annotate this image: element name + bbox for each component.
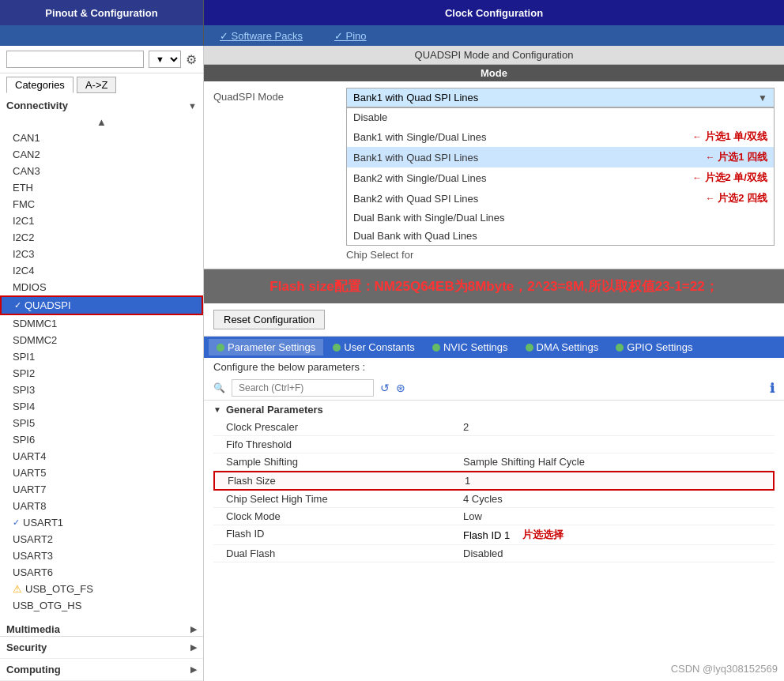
quadspi-title: QUADSPI Mode and Configuration [204, 46, 784, 65]
group-arrow-icon: ▼ [213, 405, 221, 414]
option-dual-bank-quad[interactable]: Dual Bank with Quad Lines [347, 227, 774, 245]
tab-gpio-settings[interactable]: GPIO Settings [608, 339, 700, 356]
pinout-config-label: Pinout & Configuration [45, 7, 157, 19]
software-packs-link[interactable]: ✓ Software Packs [220, 30, 303, 42]
sidebar-item-uart7[interactable]: UART7 [0, 481, 203, 498]
sidebar-item-spi5[interactable]: SPI5 [0, 415, 203, 431]
clock-config-tab[interactable]: Clock Configuration [204, 0, 784, 25]
dma-tab-icon [526, 344, 533, 352]
sidebar-item-can2[interactable]: CAN2 [0, 146, 203, 163]
reset-config-button[interactable]: Reset Configuration [213, 310, 325, 329]
sidebar-item-spi1[interactable]: SPI1 [0, 348, 203, 365]
sidebar-item-spi6[interactable]: SPI6 [0, 431, 203, 448]
computing-section[interactable]: Computing ▶ [0, 659, 203, 681]
param-row-fifo-threshold: Fifo Threshold [213, 436, 775, 453]
ann3-text: 片选2 单/双线 [705, 171, 767, 183]
info-icon: ℹ [770, 381, 775, 396]
connectivity-section[interactable]: Connectivity ▼ [0, 96, 203, 115]
general-params-group[interactable]: ▼ General Parameters [213, 401, 775, 419]
tab-dma-settings[interactable]: DMA Settings [518, 339, 607, 356]
sidebar-item-uart8[interactable]: UART8 [0, 498, 203, 514]
sidebar-item-usart1[interactable]: ✓ USART1 [0, 514, 203, 531]
connectivity-label: Connectivity [6, 100, 68, 111]
main-layout: ▼ ⚙ Categories A->Z Connectivity ▼ ▲ CAN… [0, 46, 784, 681]
sidebar-tabs: Categories A->Z [0, 73, 203, 96]
sidebar-item-i2c4[interactable]: I2C4 [0, 262, 203, 279]
search-dropdown[interactable]: ▼ [149, 51, 181, 68]
content-area: QUADSPI Mode and Configuration Mode Quad… [204, 46, 784, 681]
sidebar-item-can3[interactable]: CAN3 [0, 163, 203, 179]
sidebar-item-spi2[interactable]: SPI2 [0, 365, 203, 382]
chip-select-label: Chip Select for [346, 246, 775, 262]
sidebar-item-usb-otg-hs[interactable]: USB_OTG_HS [0, 597, 203, 614]
param-row-chip-select-high: Chip Select High Time 4 Cycles [213, 491, 775, 508]
param-row-flash-size: Flash Size 1 [213, 471, 775, 491]
option-bank1-quad[interactable]: Bank1 with Quad SPI Lines ← 片选1 四线 [347, 147, 774, 167]
sidebar-item-i2c2[interactable]: I2C2 [0, 229, 203, 246]
sidebar-item-usart2[interactable]: USART2 [0, 531, 203, 547]
security-label: Security [6, 641, 47, 653]
sort-arrow: ▲ [0, 115, 203, 130]
tab-categories[interactable]: Categories [6, 77, 74, 93]
option-bank2-quad[interactable]: Bank2 with Quad SPI Lines ← 片选2 四线 [347, 188, 774, 209]
sidebar-bottom: Security ▶ Computing ▶ [0, 636, 203, 681]
pino-link[interactable]: ✓ Pino [334, 30, 367, 42]
sidebar-item-spi4[interactable]: SPI4 [0, 398, 203, 415]
sidebar-item-sdmmc1[interactable]: SDMMC1 [0, 315, 203, 332]
sidebar-list: CAN1 CAN2 CAN3 ETH FMC I2C1 I2C2 I2C3 I2… [0, 130, 203, 636]
sidebar-item-usart3[interactable]: USART3 [0, 547, 203, 564]
option-bank2-single-dual[interactable]: Bank2 with Single/Dual Lines ← 片选2 单/双线 [347, 167, 774, 188]
pinout-config-tab[interactable]: Pinout & Configuration [0, 0, 204, 25]
mode-dropdown-container: Bank1 with Quad SPI Lines ▼ Disable Bank… [346, 88, 775, 262]
option-dual-bank-single-dual[interactable]: Dual Bank with Single/Dual Lines [347, 209, 774, 227]
sidebar-item-sdmmc2[interactable]: SDMMC2 [0, 332, 203, 348]
quadspi-mode-row: QuadSPI Mode Bank1 with Quad SPI Lines ▼… [204, 81, 784, 269]
tab-user-constants[interactable]: User Constants [325, 339, 423, 356]
sidebar-item-uart5[interactable]: UART5 [0, 465, 203, 481]
gear-icon[interactable]: ⚙ [186, 52, 197, 67]
ann1-text: 片选1 单/双线 [705, 130, 767, 142]
config-search-row: 🔍 ↺ ⊛ ℹ [204, 376, 784, 401]
option-disable[interactable]: Disable [347, 108, 774, 126]
param-row-clock-prescaler: Clock Prescaler 2 [213, 419, 775, 436]
sidebar-search-row: ▼ ⚙ [0, 46, 203, 73]
params-group-label: General Parameters [226, 404, 323, 416]
dropdown-chevron-icon: ▼ [758, 92, 767, 103]
sidebar-item-can1[interactable]: CAN1 [0, 130, 203, 146]
search-magnifier-icon: 🔍 [213, 382, 225, 393]
tab-parameter-settings[interactable]: Parameter Settings [209, 339, 323, 356]
sidebar-item-mdios[interactable]: MDIOS [0, 279, 203, 295]
config-area: Reset Configuration Parameter Settings U… [204, 303, 784, 681]
tab-atoz[interactable]: A->Z [77, 77, 117, 93]
multimedia-section[interactable]: Multimedia ▶ [0, 620, 203, 636]
sidebar-item-usb-otg-fs[interactable]: ⚠ USB_OTG_FS [0, 581, 203, 597]
sidebar-item-i2c3[interactable]: I2C3 [0, 246, 203, 262]
security-section[interactable]: Security ▶ [0, 637, 203, 659]
search-input[interactable] [6, 51, 144, 68]
ann4-text: 片选2 四线 [718, 192, 767, 204]
tab-nvic-settings[interactable]: NVIC Settings [424, 339, 516, 356]
computing-arrow-icon: ▶ [190, 664, 197, 675]
multimedia-arrow-icon: ▶ [190, 624, 197, 634]
security-arrow-icon: ▶ [190, 642, 197, 653]
config-search-input[interactable] [232, 379, 374, 397]
sidebar-item-i2c1[interactable]: I2C1 [0, 213, 203, 229]
mode-dropdown[interactable]: Bank1 with Quad SPI Lines ▼ [346, 88, 775, 107]
refresh-icon[interactable]: ↺ [380, 382, 390, 394]
gpio-tab-icon [616, 344, 624, 352]
sidebar-item-fmc[interactable]: FMC [0, 196, 203, 213]
sidebar-item-usart6[interactable]: USART6 [0, 564, 203, 581]
chip-select-ann-text: 片选选择 [522, 528, 564, 542]
sidebar-item-spi3[interactable]: SPI3 [0, 382, 203, 398]
config-tabs: Parameter Settings User Constants NVIC S… [204, 337, 784, 358]
sidebar-item-uart4[interactable]: UART4 [0, 448, 203, 465]
nvic-tab-icon [432, 344, 440, 352]
sidebar: ▼ ⚙ Categories A->Z Connectivity ▼ ▲ CAN… [0, 46, 204, 681]
config-toolbar: Reset Configuration [204, 303, 784, 337]
sub-header: ✓ Software Packs ✓ Pino [0, 25, 784, 46]
sidebar-item-eth[interactable]: ETH [0, 179, 203, 196]
sidebar-item-quadspi[interactable]: ✓ QUADSPI [0, 295, 203, 315]
filter-icon[interactable]: ⊛ [396, 382, 405, 394]
mode-section: Mode QuadSPI Mode Bank1 with Quad SPI Li… [204, 65, 784, 269]
option-bank1-single-dual[interactable]: Bank1 with Single/Dual Lines ← 片选1 单/双线 [347, 126, 774, 147]
